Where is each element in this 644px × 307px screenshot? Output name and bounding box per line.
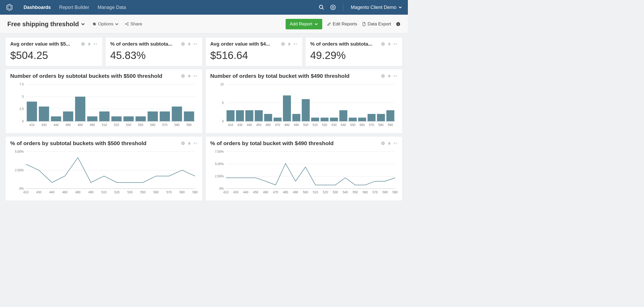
svg-line-151: [188, 144, 189, 144]
card-action-icons: i: [181, 74, 198, 78]
svg-rect-70: [87, 116, 97, 121]
options-label: Options: [98, 21, 113, 27]
dashboard-controls: Options Share: [92, 21, 142, 27]
debug-icon[interactable]: [387, 42, 391, 46]
nav-link-manage-data[interactable]: Manage Data: [98, 5, 126, 10]
svg-line-17: [88, 45, 89, 45]
svg-point-5: [332, 6, 334, 8]
svg-rect-115: [283, 95, 291, 121]
debug-icon[interactable]: [387, 74, 391, 78]
debug-icon[interactable]: [387, 141, 391, 145]
gear-icon[interactable]: [393, 42, 398, 46]
svg-rect-120: [330, 118, 338, 121]
svg-text:580: 580: [174, 123, 180, 127]
svg-line-102: [390, 75, 390, 75]
card-action-icons: i: [181, 42, 198, 46]
data-export-label: Data Export: [368, 21, 391, 27]
info-icon[interactable]: i: [181, 42, 185, 46]
svg-rect-68: [63, 111, 73, 121]
card-title: % of orders by total bucket with $490 th…: [210, 140, 334, 146]
help-icon[interactable]: [330, 4, 336, 10]
svg-text:440: 440: [53, 123, 59, 127]
dashboard-grid: Avg order value with $5... i $504.25 % o…: [0, 34, 408, 205]
edit-reports-button[interactable]: Edit Reports: [327, 21, 357, 27]
debug-icon[interactable]: [187, 42, 191, 46]
info-icon[interactable]: i: [381, 141, 385, 145]
svg-text:2.5: 2.5: [19, 107, 24, 111]
edit-reports-label: Edit Reports: [333, 21, 357, 27]
svg-text:530: 530: [331, 123, 337, 127]
chart-area: 02.557.541043044046048049051052053055056…: [10, 82, 198, 129]
gear-icon[interactable]: [193, 141, 198, 145]
svg-point-2: [319, 5, 323, 9]
data-export-button[interactable]: Data Export: [362, 21, 391, 27]
svg-line-99: [388, 77, 389, 77]
gear-icon[interactable]: [293, 42, 298, 46]
svg-point-32: [288, 43, 290, 45]
svg-rect-109: [226, 110, 235, 121]
card-title: Avg order value with $5...: [10, 41, 70, 47]
svg-text:410: 410: [23, 190, 29, 194]
svg-rect-69: [75, 97, 85, 121]
dashboard-toolbar: Free shipping threshold Options Share Ad…: [0, 15, 408, 34]
chart-card-line-490: % of orders by total bucket with $490 th…: [205, 136, 403, 201]
debug-icon[interactable]: [187, 141, 191, 145]
svg-text:470: 470: [275, 123, 280, 127]
gear-icon[interactable]: [93, 42, 98, 46]
info-icon[interactable]: i: [381, 42, 385, 46]
svg-text:480: 480: [77, 123, 83, 127]
share-label: Share: [130, 21, 142, 27]
account-menu[interactable]: Magento Client Demo: [351, 5, 402, 10]
svg-text:590: 590: [186, 123, 192, 127]
svg-text:590: 590: [192, 190, 198, 194]
share-button[interactable]: Share: [125, 21, 142, 27]
svg-marker-1: [8, 6, 11, 9]
gear-icon[interactable]: [193, 42, 198, 46]
info-icon[interactable]: i: [381, 74, 385, 78]
gear-icon[interactable]: [193, 74, 198, 78]
svg-line-38: [290, 43, 290, 43]
svg-rect-122: [349, 118, 357, 121]
metric-value: 49.29%: [310, 50, 398, 61]
debug-icon[interactable]: [87, 42, 91, 46]
info-icon[interactable]: i: [181, 74, 185, 78]
info-icon[interactable]: i: [81, 42, 85, 46]
svg-rect-126: [386, 110, 395, 121]
info-icon[interactable]: i: [181, 141, 185, 145]
chart-card-bar-490: Number of orders by total bucket with $4…: [205, 69, 403, 134]
debug-icon[interactable]: [187, 74, 191, 78]
svg-text:560: 560: [363, 190, 368, 194]
svg-text:520: 520: [322, 123, 327, 127]
metric-card: % of orders with subtota... i 49.29%: [305, 37, 403, 66]
card-title: % of orders with subtota...: [110, 41, 173, 47]
add-report-button[interactable]: Add Report: [286, 19, 322, 29]
edit-icon: [327, 22, 331, 26]
gear-icon[interactable]: [393, 74, 398, 78]
svg-text:0%: 0%: [219, 187, 224, 190]
info-icon[interactable]: i: [396, 22, 401, 26]
svg-text:500: 500: [303, 123, 308, 127]
svg-text:570: 570: [373, 190, 378, 194]
svg-text:450: 450: [256, 123, 261, 127]
svg-text:560: 560: [153, 190, 159, 194]
svg-line-53: [188, 77, 189, 77]
svg-text:480: 480: [283, 190, 288, 194]
svg-line-54: [190, 77, 191, 77]
metric-value: 45.83%: [110, 50, 198, 61]
debug-icon[interactable]: [287, 42, 291, 46]
svg-line-44: [388, 45, 389, 45]
info-icon[interactable]: i: [281, 42, 285, 46]
nav-link-dashboards[interactable]: Dashboards: [24, 5, 51, 10]
svg-line-46: [389, 43, 389, 43]
options-button[interactable]: Options: [92, 21, 119, 27]
chevron-down-icon: [314, 22, 318, 26]
search-icon[interactable]: [319, 4, 324, 10]
add-report-label: Add Report: [290, 21, 312, 27]
dashboard-title-dropdown[interactable]: Free shipping threshold: [7, 20, 85, 28]
svg-line-19: [89, 43, 89, 43]
svg-line-45: [390, 45, 391, 45]
nav-link-report-builder[interactable]: Report Builder: [59, 5, 89, 10]
svg-line-18: [90, 45, 91, 45]
svg-text:450: 450: [253, 190, 258, 194]
gear-icon[interactable]: [393, 141, 398, 145]
